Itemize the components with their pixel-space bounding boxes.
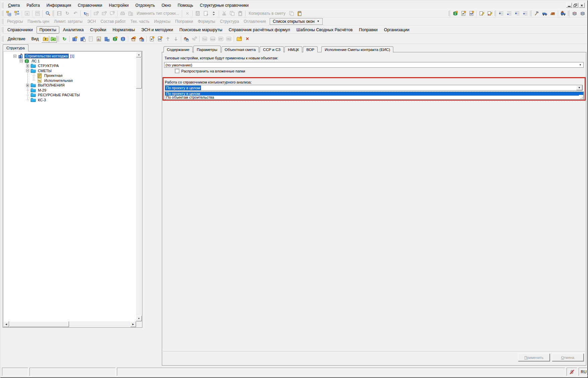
menu-вид[interactable]: Вид	[28, 36, 42, 42]
edit-row-button[interactable]	[478, 10, 486, 17]
collapse-folder-button[interactable]	[49, 36, 57, 43]
works-filter-button[interactable]	[533, 10, 541, 17]
house-settings-button[interactable]	[129, 35, 137, 43]
tree-node-лс-1[interactable]: ЛС 1	[3, 59, 136, 64]
structure-tree-add-button[interactable]	[13, 10, 21, 17]
workspace-tab-шаблоны-сводных-расчётов[interactable]: Шаблоны Сводных Расчётов	[294, 26, 355, 33]
tab-исполнение-сметы-контракта-еис-[interactable]: Исполнение Сметы контракта (ЕИС)	[321, 46, 393, 52]
tree-node-сметы[interactable]: СМЕТЫ	[3, 68, 136, 73]
workspace-tab-проекты[interactable]: Проекты	[37, 26, 59, 34]
paste-special-button[interactable]	[296, 10, 304, 17]
object-index-button[interactable]	[95, 35, 103, 43]
tab-объектная-смета[interactable]: Объектная смета	[221, 46, 259, 52]
toolbar-grip[interactable]	[495, 10, 496, 16]
expand-icon[interactable]	[26, 84, 29, 87]
scroll-up-icon[interactable]: ▲	[136, 52, 142, 57]
toolbar-grip[interactable]	[449, 10, 450, 16]
tree-node-label[interactable]: КС-3	[37, 98, 47, 102]
tree-node-структура[interactable]: СТРУКТУРА	[3, 63, 136, 68]
ka-option-1[interactable]: По проекту в целом	[165, 92, 583, 96]
outdent-last-button[interactable]	[521, 10, 529, 17]
object-save-button[interactable]	[103, 35, 111, 43]
collapse-icon[interactable]	[26, 69, 29, 72]
tree-node-label[interactable]: СМЕТЫ	[37, 69, 52, 73]
menu-помощь[interactable]: Помощь	[174, 2, 196, 9]
restore-button[interactable]	[573, 3, 578, 8]
tree-node-м-29[interactable]: М-29	[3, 88, 136, 93]
tree-node-проектная[interactable]: Проектная	[3, 73, 136, 78]
menu-настройки[interactable]: Настройки	[106, 2, 132, 9]
tree-node-label[interactable]: Исполнительная	[44, 78, 73, 83]
scroll-down-icon[interactable]: ▼	[136, 316, 142, 321]
normbase-settings-button[interactable]	[111, 35, 119, 43]
folder-up-button[interactable]	[42, 36, 49, 43]
layers-all-button[interactable]	[579, 10, 587, 17]
tab-structure[interactable]: Структура	[3, 44, 28, 51]
tree-node-исполнительная[interactable]: %Исполнительная	[3, 78, 136, 83]
tree-node-label[interactable]: ВЫПОЛНЕНИЯ	[37, 83, 65, 87]
tab-сср-и-сз[interactable]: ССР и СЗ	[260, 46, 284, 52]
tree-node-label[interactable]: СТРУКТУРА	[37, 64, 59, 68]
scroll-right-icon[interactable]: ▶	[130, 321, 136, 327]
tree-node-кс-3[interactable]: КС-3	[3, 98, 136, 103]
delivery-filter-button[interactable]	[559, 10, 567, 17]
toolbar-grip[interactable]	[568, 10, 569, 16]
tree-node-label[interactable]: РЕСУРСНЫЕ РАСЧЕТЫ	[37, 93, 80, 97]
workspace-tab-эсн-и-методики[interactable]: ЭСН и методики	[138, 26, 176, 33]
collapse-icon[interactable]	[20, 59, 23, 62]
tab-вор[interactable]: ВОР	[303, 46, 318, 52]
pr-mode-button[interactable]: ПР	[156, 35, 164, 43]
resource-p-button[interactable]: Р	[459, 10, 467, 17]
collapse-icon[interactable]	[13, 55, 16, 58]
edit-row-cancel-button[interactable]	[486, 10, 494, 17]
tree-horizontal-scrollbar[interactable]: ◀ ▶	[3, 321, 136, 327]
object-list-button[interactable]	[79, 35, 87, 43]
tree-vertical-scrollbar[interactable]: ▲ ▼	[136, 52, 142, 321]
menu-структурные-справочники[interactable]: Структурные справочники	[196, 2, 252, 9]
tree-node-выполнения[interactable]: ВЫПОЛНЕНИЯ	[3, 83, 136, 88]
recalculate-button[interactable]: ↻*	[82, 10, 90, 17]
close-icon[interactable]: ×	[579, 3, 585, 8]
ka-dropdown-icon[interactable]: ▼	[576, 85, 582, 90]
refresh-tree-button[interactable]: ↻	[60, 35, 68, 43]
menu-смета[interactable]: Смета	[5, 2, 23, 9]
toolbar-grip[interactable]	[2, 10, 3, 16]
open-windows-button[interactable]: Список открытых окон ▼	[270, 18, 322, 25]
tab-содержание[interactable]: Содержание	[164, 46, 193, 52]
objects-group-button[interactable]	[182, 35, 190, 43]
minimize-button[interactable]	[566, 3, 572, 8]
toolbar-grip[interactable]	[58, 36, 59, 42]
language-indicator[interactable]: RU	[579, 368, 588, 376]
house-save-button[interactable]	[137, 35, 145, 43]
resize-grip-icon[interactable]	[579, 95, 583, 99]
panels-grip[interactable]	[2, 18, 3, 24]
workspace-tab-справочники[interactable]: Справочники	[5, 26, 36, 33]
menubar-grip[interactable]	[2, 2, 3, 8]
new-object-button[interactable]	[71, 35, 79, 43]
resource-pr-button[interactable]: ПР	[467, 10, 475, 17]
propagate-checkbox[interactable]	[175, 69, 179, 73]
workspace-grip[interactable]	[2, 27, 3, 33]
tree-node-label[interactable]: Проектная	[44, 73, 63, 77]
tab-параметры[interactable]: Параметры	[193, 46, 220, 53]
workspace-tab-поправки[interactable]: Поправки	[356, 26, 380, 33]
sort-rows-button[interactable]	[210, 10, 218, 17]
expand-icon[interactable]	[26, 64, 29, 67]
workspace-tab-аналитика[interactable]: Аналитика	[60, 26, 86, 33]
action-grip[interactable]	[2, 36, 3, 42]
tree-node-label[interactable]: ЛС 1	[31, 59, 40, 63]
methodic-book-button[interactable]	[119, 35, 127, 43]
materials-filter-button[interactable]	[549, 10, 557, 17]
tree-node-строительство-коттеджа[interactable]: Строительство коттеджа[1]	[3, 54, 136, 59]
tree-node-label[interactable]: М-29	[37, 88, 47, 92]
outdent-button[interactable]	[513, 10, 521, 17]
horizontal-scroll-thumb[interactable]	[9, 321, 69, 327]
vertical-scroll-thumb[interactable]	[136, 58, 142, 89]
tree-node-label[interactable]: Строительство коттеджа	[24, 54, 69, 58]
tree-node-ресурсные-расчеты[interactable]: РЕСУРСНЫЕ РАСЧЕТЫ	[3, 93, 136, 98]
new-folder-button[interactable]	[235, 35, 243, 43]
indent-first-button[interactable]	[497, 10, 505, 17]
menu-информация[interactable]: Информация	[43, 2, 74, 9]
close-button[interactable]: ×	[243, 35, 251, 43]
workspace-tab-нормативы[interactable]: Нормативы	[110, 26, 138, 33]
